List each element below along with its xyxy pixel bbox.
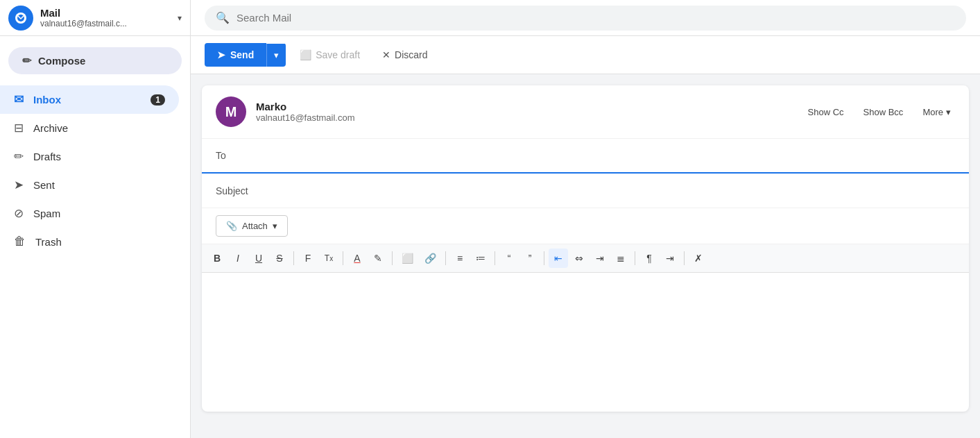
trash-icon: 🗑 bbox=[14, 235, 26, 249]
save-draft-button[interactable]: ⬜ Save draft bbox=[291, 44, 368, 66]
sidebar-item-archive[interactable]: ⊟ Archive bbox=[0, 114, 179, 142]
discard-icon: ✕ bbox=[382, 49, 390, 60]
paragraph-button[interactable]: ¶ bbox=[639, 249, 659, 268]
save-draft-icon: ⬜ bbox=[300, 49, 311, 60]
compose-icon: ✏ bbox=[22, 54, 31, 67]
sender-email: valnaut16@fastmail.com bbox=[256, 112, 794, 123]
format-highlight-button[interactable]: ✎ bbox=[368, 249, 388, 268]
discard-label: Discard bbox=[395, 49, 427, 60]
archive-label: Archive bbox=[33, 122, 165, 134]
user-email: valnaut16@fastmail.c... bbox=[40, 19, 151, 28]
sidebar-item-trash[interactable]: 🗑 Trash bbox=[0, 228, 179, 255]
compose-button[interactable]: ✏ Compose bbox=[8, 47, 182, 74]
send-button-group: ➤ Send ▾ bbox=[205, 43, 286, 67]
sent-label: Sent bbox=[33, 179, 165, 191]
sidebar-item-sent[interactable]: ➤ Sent bbox=[0, 171, 179, 199]
rt-separator-1 bbox=[293, 251, 294, 265]
rt-separator-8 bbox=[684, 251, 685, 265]
ordered-list-button[interactable]: ≔ bbox=[471, 249, 490, 268]
format-font-button[interactable]: F bbox=[298, 249, 318, 268]
show-cc-button[interactable]: Show Cc bbox=[804, 104, 848, 120]
attach-button[interactable]: 📎 Attach ▾ bbox=[216, 215, 288, 237]
app-title-group: Mail valnaut16@fastmail.c... bbox=[40, 7, 171, 28]
drafts-icon: ✏ bbox=[14, 149, 24, 164]
send-icon: ➤ bbox=[217, 49, 225, 60]
align-right-button[interactable]: ⇥ bbox=[590, 249, 610, 268]
align-center-button[interactable]: ⇔ bbox=[569, 249, 589, 268]
more-chevron-icon: ▾ bbox=[946, 107, 951, 117]
rt-separator-2 bbox=[343, 251, 343, 265]
justify-button[interactable]: ≣ bbox=[611, 249, 630, 268]
rt-separator-4 bbox=[445, 251, 446, 265]
blockquote-close-button[interactable]: ” bbox=[520, 249, 540, 268]
attach-row: 📎 Attach ▾ bbox=[202, 208, 969, 244]
show-bcc-button[interactable]: Show Bcc bbox=[859, 104, 908, 120]
compose-area: M Marko valnaut16@fastmail.com Show Cc S… bbox=[191, 74, 980, 438]
align-left-button[interactable]: ⇤ bbox=[549, 249, 568, 268]
send-dropdown-button[interactable]: ▾ bbox=[266, 44, 286, 67]
attach-icon: 📎 bbox=[226, 221, 237, 231]
top-bar: Mail valnaut16@fastmail.c... ▾ 🔍 bbox=[0, 0, 980, 36]
spam-label: Spam bbox=[33, 208, 165, 219]
compose-body[interactable] bbox=[202, 273, 969, 412]
rich-text-toolbar: B I U S F Tx A ✎ ⬜ 🔗 ≡ ≔ bbox=[202, 244, 969, 273]
unordered-list-button[interactable]: ≡ bbox=[450, 249, 470, 268]
subject-field-row: Subject bbox=[202, 174, 969, 208]
inbox-label: Inbox bbox=[33, 94, 141, 106]
format-font-size-button[interactable]: Tx bbox=[319, 249, 338, 268]
inbox-badge: 1 bbox=[151, 94, 165, 106]
account-chevron-icon[interactable]: ▾ bbox=[178, 13, 182, 23]
sender-row: M Marko valnaut16@fastmail.com Show Cc S… bbox=[202, 85, 969, 139]
rt-separator-6 bbox=[544, 251, 544, 265]
sender-info: Marko valnaut16@fastmail.com bbox=[256, 101, 794, 123]
sidebar: ✏ Compose ✉ Inbox 1 ⊟ Archive ✏ Drafts ➤… bbox=[0, 36, 191, 438]
blockquote-open-button[interactable]: “ bbox=[499, 249, 519, 268]
format-underline-button[interactable]: U bbox=[249, 249, 268, 268]
send-dropdown-icon: ▾ bbox=[274, 50, 279, 60]
send-button[interactable]: ➤ Send bbox=[205, 43, 266, 67]
archive-icon: ⊟ bbox=[14, 121, 24, 135]
subject-input[interactable] bbox=[257, 177, 955, 205]
insert-link-button[interactable]: 🔗 bbox=[420, 249, 441, 268]
sidebar-item-inbox[interactable]: ✉ Inbox 1 bbox=[0, 85, 179, 114]
trash-label: Trash bbox=[35, 236, 165, 248]
search-bar[interactable]: 🔍 bbox=[205, 6, 966, 31]
compose-card: M Marko valnaut16@fastmail.com Show Cc S… bbox=[202, 85, 969, 412]
save-draft-label: Save draft bbox=[316, 49, 360, 60]
sent-icon: ➤ bbox=[14, 178, 24, 192]
more-button[interactable]: More ▾ bbox=[918, 104, 955, 120]
format-font-color-button[interactable]: A bbox=[347, 249, 367, 268]
drafts-label: Drafts bbox=[33, 151, 165, 162]
sidebar-item-drafts[interactable]: ✏ Drafts bbox=[0, 142, 179, 171]
subject-label: Subject bbox=[216, 185, 257, 196]
main-layout: ✏ Compose ✉ Inbox 1 ⊟ Archive ✏ Drafts ➤… bbox=[0, 36, 980, 438]
app-title: Mail bbox=[40, 7, 171, 19]
format-bold-button[interactable]: B bbox=[207, 249, 227, 268]
rt-separator-3 bbox=[392, 251, 393, 265]
compose-toolbar: ➤ Send ▾ ⬜ Save draft ✕ Discard bbox=[191, 36, 980, 74]
compose-label: Compose bbox=[38, 55, 85, 67]
search-input[interactable] bbox=[237, 12, 955, 24]
avatar: M bbox=[216, 96, 246, 127]
sender-actions: Show Cc Show Bcc More ▾ bbox=[804, 104, 955, 120]
indent-button[interactable]: ⇥ bbox=[660, 249, 680, 268]
app-logo bbox=[8, 6, 33, 31]
search-icon: 🔍 bbox=[216, 11, 230, 24]
insert-image-button[interactable]: ⬜ bbox=[397, 249, 418, 268]
to-input[interactable] bbox=[257, 142, 955, 169]
rt-separator-5 bbox=[495, 251, 495, 265]
format-strikethrough-button[interactable]: S bbox=[270, 249, 289, 268]
attach-label: Attach bbox=[242, 221, 268, 231]
send-label: Send bbox=[230, 49, 254, 60]
to-label: To bbox=[216, 150, 257, 161]
discard-button[interactable]: ✕ Discard bbox=[374, 44, 436, 66]
right-content: ➤ Send ▾ ⬜ Save draft ✕ Discard bbox=[191, 36, 980, 438]
sidebar-item-spam[interactable]: ⊘ Spam bbox=[0, 199, 179, 228]
sender-name: Marko bbox=[256, 101, 794, 112]
rt-separator-7 bbox=[635, 251, 635, 265]
clear-format-button[interactable]: ✗ bbox=[689, 249, 708, 268]
attach-dropdown-icon: ▾ bbox=[273, 221, 277, 231]
inbox-icon: ✉ bbox=[14, 92, 24, 107]
format-italic-button[interactable]: I bbox=[228, 249, 248, 268]
logo-area[interactable]: Mail valnaut16@fastmail.c... ▾ bbox=[0, 0, 191, 35]
